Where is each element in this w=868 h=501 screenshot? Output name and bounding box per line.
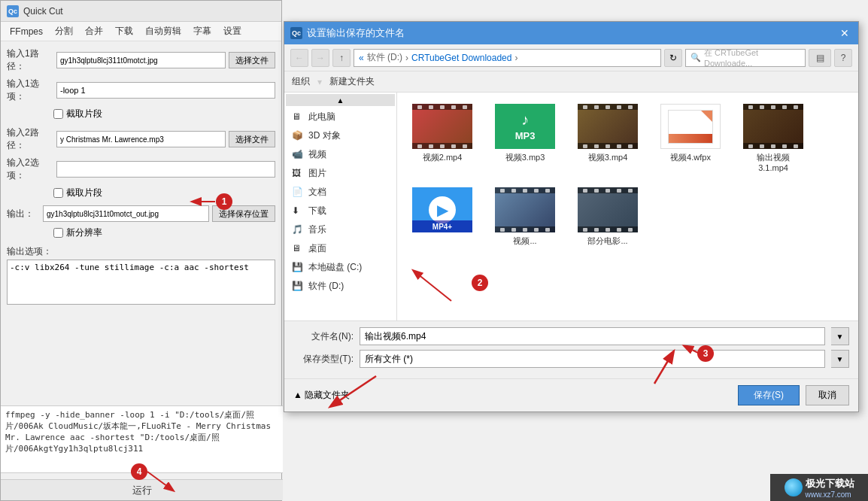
sidebar-item-computer[interactable]: 🖥 此电脑 (284, 108, 396, 126)
watermark: 极光下载站 www.xz7.com (770, 474, 868, 501)
menu-settings[interactable]: 设置 (217, 23, 247, 40)
file-name-video6: 部分电影... (587, 235, 627, 247)
sidebar-item-downloads[interactable]: ⬇ 下载 (284, 202, 396, 220)
output-options-row: 输出选项： -c:v libx264 -tune stillimage -c:a… (7, 245, 275, 307)
input1-path-label: 输入1路径： (7, 47, 53, 73)
filetype-label: 保存类型(T): (293, 353, 354, 366)
output-options-textarea[interactable]: -c:v libx264 -tune stillimage -c:a aac -… (7, 260, 275, 305)
dialog-files: 视频2.mp4 ♪ MP3 视频3.mp3 (397, 93, 858, 320)
forward-button[interactable]: → (311, 49, 329, 67)
output-field[interactable] (43, 205, 209, 222)
sidebar-label-computer: 此电脑 (308, 111, 335, 123)
sidebar-item-disk-d[interactable]: 💾 软件 (D:) (284, 277, 396, 296)
watermark-icon (785, 478, 803, 496)
file-item-output-video[interactable]: 输出视频3.1.mp4 (736, 100, 811, 176)
file-item-video4-wfpx[interactable]: 视频4.wfpx (653, 100, 728, 176)
filetype-input[interactable] (360, 350, 825, 368)
sidebar-item-music[interactable]: 🎵 音乐 (284, 220, 396, 239)
dialog-close-button[interactable]: ✕ (837, 26, 852, 41)
file-item-mp4-blue[interactable]: ▶ MP4+ (405, 184, 480, 250)
sidebar-item-video[interactable]: 📹 视频 (284, 145, 396, 164)
organize-label[interactable]: 组织 (292, 75, 310, 88)
menu-merge[interactable]: 合并 (79, 23, 109, 40)
filetype-dropdown[interactable]: ▼ (831, 350, 849, 368)
back-button[interactable]: ← (290, 49, 308, 67)
sidebar-label-video: 视频 (308, 148, 326, 161)
input2-path-row: 输入2路径： 选择文件 (7, 126, 275, 152)
sidebar-label-disk-d: 软件 (D:) (308, 280, 344, 293)
sidebar-item-disk-c[interactable]: 💾 本地磁盘 (C:) (284, 258, 396, 277)
sidebar-label-documents: 文档 (308, 186, 326, 199)
menu-auto-edit[interactable]: 自动剪辑 (139, 23, 187, 40)
run-bar[interactable]: 运行 (1, 479, 283, 500)
filename-input[interactable] (360, 327, 825, 345)
input1-path-field[interactable] (56, 52, 226, 68)
breadcrumb-crtube[interactable]: CRTubeGet Downloaded (411, 53, 511, 63)
input1-choose-button[interactable]: 选择文件 (229, 52, 275, 68)
main-app-window: Qc Quick Cut FFmpes 分割 合并 下载 自动剪辑 字幕 设置 … (0, 0, 282, 501)
thumb-video5 (495, 187, 555, 232)
input2-options-field[interactable] (56, 161, 275, 178)
file-item-video5[interactable]: 视频... (487, 184, 563, 250)
input2-path-field[interactable] (56, 131, 226, 147)
app-title: Quick Cut (23, 6, 63, 17)
computer-icon: 🖥 (292, 111, 304, 123)
input2-options-label: 输入2选项： (7, 156, 53, 182)
breadcrumb-home[interactable]: « (359, 53, 364, 63)
new-rate-checkbox[interactable] (53, 228, 63, 238)
thumb-video3 (578, 104, 638, 149)
new-rate-label: 新分辨率 (66, 226, 102, 239)
menu-subtitle[interactable]: 字幕 (187, 23, 217, 40)
refresh-button[interactable]: ↻ (664, 49, 682, 67)
menu-split[interactable]: 分割 (49, 23, 79, 40)
input2-options-row: 输入2选项： (7, 156, 275, 182)
sidebar-label-pictures: 图片 (308, 167, 326, 180)
clip2-checkbox[interactable] (53, 188, 63, 198)
output-label: 输出： (7, 208, 40, 220)
up-button[interactable]: ↑ (332, 49, 351, 67)
cancel-button[interactable]: 取消 (806, 385, 849, 405)
dialog-titlebar: Qc 设置输出保存的文件名 ✕ (284, 22, 858, 44)
dialog-action-buttons: 保存(S) 取消 (738, 385, 849, 405)
organize-toolbar: 组织 ▾ 新建文件夹 (284, 71, 858, 93)
save-button[interactable]: 保存(S) (738, 385, 800, 405)
watermark-url: www.xz7.com (806, 490, 854, 499)
menu-ffmpes[interactable]: FFmpes (4, 24, 49, 39)
clip1-checkbox[interactable] (53, 109, 63, 119)
file-item-video3-mp3[interactable]: ♪ MP3 视频3.mp3 (487, 100, 563, 176)
sidebar-label-music: 音乐 (308, 223, 326, 236)
disk-d-icon: 💾 (292, 281, 304, 293)
output-row: 输出： 选择保存位置 (7, 205, 275, 222)
menu-download[interactable]: 下载 (109, 23, 139, 40)
file-name-video3-mp3: 视频3.mp3 (505, 152, 545, 163)
sidebar-item-pictures[interactable]: 🖼 图片 (284, 164, 396, 183)
sidebar-item-desktop[interactable]: 🖥 桌面 (284, 239, 396, 258)
file-item-video3-mp4[interactable]: 视频3.mp4 (570, 100, 645, 176)
command-output: ffmpeg -y -hide_banner -loop 1 -i "D:/to… (1, 405, 283, 473)
run-button[interactable]: 运行 (1, 480, 283, 500)
hide-folders-toggle[interactable]: ▲ 隐藏文件夹 (293, 389, 350, 402)
file-item-video2[interactable]: 视频2.mp4 (405, 100, 480, 176)
app-body: 输入1路径： 选择文件 输入1选项： 截取片段 输入2路径： 选择文件 输入2选… (1, 41, 281, 317)
thumb-output-video (743, 104, 803, 149)
sidebar-scroll-up[interactable]: ▲ (284, 93, 396, 108)
sidebar-label-3d: 3D 对象 (308, 129, 341, 142)
watermark-site: 极光下载站 (806, 477, 854, 490)
file-item-video6[interactable]: 部分电影... (570, 184, 645, 250)
filetype-row: 保存类型(T): ▼ (293, 350, 849, 368)
filename-dropdown[interactable]: ▼ (831, 327, 849, 345)
view-toggle-button[interactable]: ▤ (809, 49, 831, 67)
help-button[interactable]: ? (834, 49, 852, 67)
picture-icon: 🖼 (292, 168, 304, 180)
input1-options-field[interactable] (56, 82, 275, 99)
sidebar-item-documents[interactable]: 📄 文档 (284, 183, 396, 202)
input2-choose-button[interactable]: 选择文件 (229, 131, 275, 147)
dialog-app-icon: Qc (290, 27, 302, 39)
output-save-button[interactable]: 选择保存位置 (212, 205, 275, 222)
clip1-label: 截取片段 (66, 108, 102, 120)
search-bar: 🔍 在 CRTubeGet Downloade... (685, 49, 806, 67)
sidebar-item-3d[interactable]: 📦 3D 对象 (284, 126, 396, 145)
sidebar-label-disk-c: 本地磁盘 (C:) (308, 261, 362, 274)
new-folder-button[interactable]: 新建文件夹 (329, 75, 375, 88)
app-icon: Qc (7, 5, 19, 17)
